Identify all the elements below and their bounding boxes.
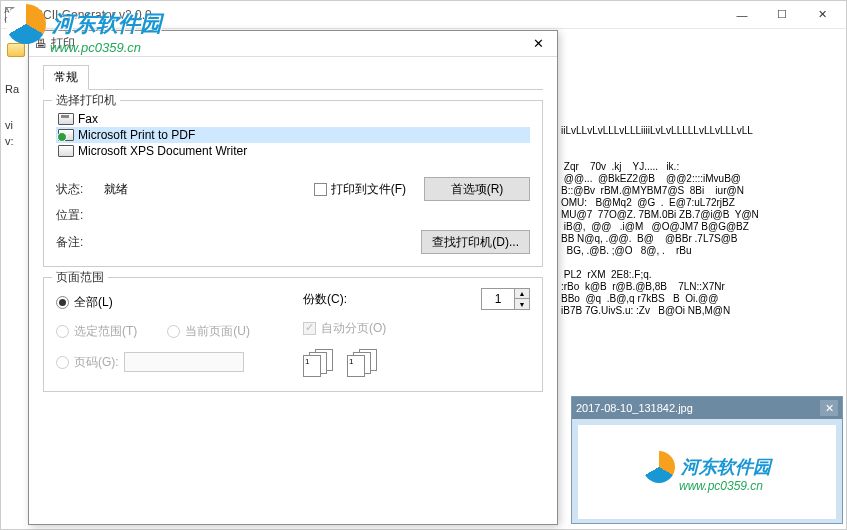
- range-pages-radio: 页码(G):: [56, 352, 283, 372]
- dialog-titlebar: 🖶 打印 ✕: [29, 31, 557, 57]
- close-button[interactable]: ✕: [802, 2, 842, 28]
- spin-up-button[interactable]: ▲: [515, 289, 529, 299]
- dialog-title: 打印: [51, 35, 75, 52]
- radio-icon: [56, 296, 69, 309]
- range-all-radio[interactable]: 全部(L): [56, 294, 283, 311]
- collate-checkbox: ✓ 自动分页(O): [303, 320, 530, 337]
- group-page-range: 页面范围 全部(L) 选定范围(T) 当前页面(U): [43, 277, 543, 392]
- status-label: 状态:: [56, 181, 104, 198]
- checkbox-icon: [314, 183, 327, 196]
- tab-strip: 常规: [43, 65, 543, 90]
- spin-down-button[interactable]: ▼: [515, 299, 529, 309]
- maximize-button[interactable]: ☐: [762, 2, 802, 28]
- collate-label: 自动分页(O): [321, 320, 386, 337]
- pdf-printer-icon: [58, 129, 74, 141]
- copies-input[interactable]: [482, 289, 514, 309]
- watermark-logo-icon: [643, 451, 675, 483]
- watermark-brand: 河东软件园: [681, 455, 771, 479]
- copies-label: 份数(C):: [303, 291, 347, 308]
- minimize-button[interactable]: —: [722, 2, 762, 28]
- thumbnail-preview-window: 2017-08-10_131842.jpg ✕ 河东软件园 www.pc0359…: [571, 396, 843, 524]
- group-select-printer: 选择打印机 Fax Microsoft Print to PDF Microso…: [43, 100, 543, 267]
- location-label: 位置:: [56, 207, 104, 224]
- print-to-file-label: 打印到文件(F): [331, 181, 406, 198]
- watermark-url: www.pc0359.cn: [679, 479, 771, 493]
- printer-item-xps[interactable]: Microsoft XPS Document Writer: [56, 143, 530, 159]
- print-to-file-checkbox[interactable]: 打印到文件(F): [314, 181, 406, 198]
- print-dialog: 🖶 打印 ✕ 常规 选择打印机 Fax Microsoft Print to P…: [28, 30, 558, 525]
- printer-label: Microsoft XPS Document Writer: [78, 144, 247, 158]
- dialog-close-button[interactable]: ✕: [525, 34, 551, 54]
- group-page-range-legend: 页面范围: [52, 269, 108, 286]
- pages-input: [124, 352, 244, 372]
- range-all-label: 全部(L): [74, 294, 113, 311]
- main-titlebar: ASC GEN ASCII Generator v2.0.0 — ☐ ✕: [1, 1, 846, 29]
- radio-icon: [56, 356, 69, 369]
- thumbnail-filename: 2017-08-10_131842.jpg: [576, 402, 693, 414]
- open-folder-icon[interactable]: [7, 43, 25, 57]
- tab-general[interactable]: 常规: [43, 65, 89, 90]
- main-window-title: ASCII Generator v2.0.0: [27, 8, 722, 22]
- thumbnail-titlebar: 2017-08-10_131842.jpg ✕: [572, 397, 842, 419]
- app-icon: ASC GEN: [5, 7, 21, 23]
- range-current-label: 当前页面(U): [185, 323, 250, 340]
- comment-label: 备注:: [56, 234, 104, 251]
- thumbnail-close-button[interactable]: ✕: [820, 400, 838, 416]
- printer-item-fax[interactable]: Fax: [56, 111, 530, 127]
- range-pages-label: 页码(G):: [74, 354, 119, 371]
- thumbnail-body: 河东软件园 www.pc0359.cn: [578, 425, 836, 519]
- printer-label: Fax: [78, 112, 98, 126]
- printer-icon: 🖶: [35, 37, 47, 51]
- range-selection-label: 选定范围(T): [74, 323, 137, 340]
- preferences-button[interactable]: 首选项(R): [424, 177, 530, 201]
- copies-spinner[interactable]: ▲ ▼: [481, 288, 530, 310]
- group-select-printer-legend: 选择打印机: [52, 92, 120, 109]
- fax-icon: [58, 113, 74, 125]
- range-selection-radio: 选定范围(T): [56, 323, 137, 340]
- find-printer-button[interactable]: 查找打印机(D)...: [421, 230, 530, 254]
- checkbox-icon: ✓: [303, 322, 316, 335]
- status-value: 就绪: [104, 181, 314, 198]
- radio-icon: [56, 325, 69, 338]
- xps-printer-icon: [58, 145, 74, 157]
- radio-icon: [167, 325, 180, 338]
- printer-item-pdf[interactable]: Microsoft Print to PDF: [56, 127, 530, 143]
- printer-label: Microsoft Print to PDF: [78, 128, 195, 142]
- range-current-radio: 当前页面(U): [167, 323, 250, 340]
- printer-list[interactable]: Fax Microsoft Print to PDF Microsoft XPS…: [56, 111, 530, 159]
- collate-illustration: 1 2 3 1 2 3: [303, 349, 530, 379]
